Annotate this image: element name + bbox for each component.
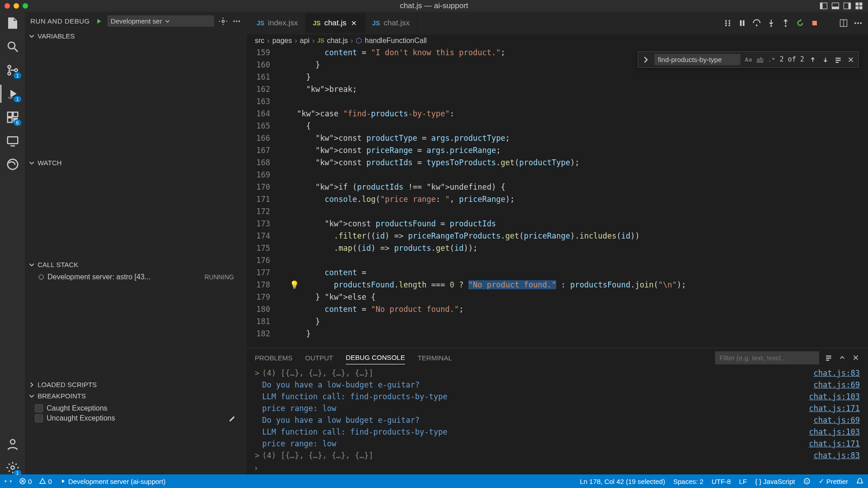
panel-bottom-icon[interactable] (831, 1, 840, 10)
svg-rect-48 (835, 62, 839, 62)
stop-icon[interactable] (810, 19, 819, 28)
svg-point-29 (725, 20, 727, 22)
console-filter-input[interactable] (715, 351, 819, 364)
breakpoint-caught[interactable]: Caught Exceptions (25, 403, 247, 413)
minimize-window[interactable] (14, 3, 19, 9)
variables-header[interactable]: VARIABLES (25, 30, 247, 42)
function-icon: ⬡ (356, 36, 362, 45)
status-bar: 0 0 Development server (ai-support) Ln 1… (0, 474, 868, 488)
bottom-panel: PROBLEMS OUTPUT DEBUG CONSOLE TERMINAL >… (247, 348, 868, 474)
eol[interactable]: LF (739, 477, 747, 485)
regex-icon[interactable]: .* (768, 53, 775, 66)
account-icon[interactable] (6, 437, 19, 451)
svg-point-27 (238, 20, 240, 22)
clear-icon[interactable] (825, 354, 833, 362)
feedback-icon[interactable] (803, 477, 811, 485)
close-panel-icon[interactable] (852, 354, 860, 362)
encoding[interactable]: UTF-8 (711, 477, 731, 485)
close-window[interactable] (5, 3, 10, 9)
cursor-position[interactable]: Ln 178, Col 42 (19 selected) (580, 477, 665, 485)
edit-icon[interactable] (229, 414, 237, 422)
close-icon[interactable] (847, 56, 855, 64)
drag-icon[interactable] (723, 19, 732, 28)
edge-icon[interactable] (6, 158, 19, 171)
debug-sidebar: RUN AND DEBUG Development ser VARIABLES … (25, 12, 247, 474)
start-debug-icon[interactable] (95, 17, 103, 25)
extensions-icon[interactable]: 6 (6, 110, 19, 124)
prev-match-icon[interactable] (809, 56, 817, 64)
chevron-right-icon[interactable] (642, 56, 650, 64)
more-icon[interactable] (854, 19, 863, 28)
tab-debug-console[interactable]: DEBUG CONSOLE (346, 351, 405, 364)
console-prompt[interactable]: › (247, 462, 868, 474)
language-mode[interactable]: { } JavaScript (755, 477, 795, 485)
next-match-icon[interactable] (821, 56, 830, 64)
run-debug-icon[interactable]: 1 (6, 87, 19, 100)
svg-rect-8 (856, 6, 859, 10)
step-out-icon[interactable] (781, 19, 790, 28)
search-icon[interactable] (6, 40, 19, 53)
chevron-down-icon (29, 262, 35, 268)
tab-output[interactable]: OUTPUT (305, 351, 333, 364)
svg-rect-9 (859, 6, 863, 10)
source-control-icon[interactable]: 1 (6, 63, 19, 77)
editor-group: JSindex.jsx JSchat.js JSchat.jsx src› pa… (247, 12, 868, 474)
js-icon: JS (317, 37, 324, 44)
warnings-count[interactable]: 0 (39, 478, 52, 485)
loaded-scripts-header[interactable]: LOADED SCRIPTS (25, 379, 247, 390)
debug-console[interactable]: >(4) [{…}, {…}, {…}, {…}]chat.js:83 Do y… (247, 367, 868, 462)
remote-indicator[interactable] (5, 478, 12, 485)
collapse-icon[interactable] (838, 354, 846, 362)
find-input[interactable] (654, 54, 740, 65)
prettier-status[interactable]: ✓ Prettier (819, 477, 848, 485)
remote-icon[interactable] (6, 134, 19, 148)
svg-point-13 (8, 72, 10, 75)
match-case-icon[interactable]: Aa (745, 53, 752, 66)
panel-left-icon[interactable] (819, 1, 828, 10)
find-in-selection-icon[interactable] (834, 56, 842, 64)
svg-rect-47 (835, 60, 840, 61)
debug-settings-icon[interactable] (219, 17, 228, 26)
more-icon[interactable] (232, 17, 241, 26)
settings-badge: 1 (14, 470, 21, 476)
breakpoint-uncaught[interactable]: Uncaught Exceptions (25, 413, 247, 423)
tab-chat-js[interactable]: JSchat.js (305, 13, 365, 33)
svg-rect-16 (13, 112, 18, 117)
checkbox[interactable] (35, 414, 43, 422)
customize-layout-icon[interactable] (854, 1, 863, 10)
debug-config-select[interactable]: Development ser (107, 15, 214, 27)
tab-terminal[interactable]: TERMINAL (418, 351, 452, 364)
tab-index-jsx[interactable]: JSindex.jsx (249, 13, 305, 33)
maximize-window[interactable] (23, 3, 28, 9)
step-over-icon[interactable] (752, 19, 761, 28)
whole-word-icon[interactable]: ab (757, 53, 764, 66)
code-content[interactable]: content = "I don't know this product."; … (278, 47, 868, 348)
settings-gear-icon[interactable]: 1 (6, 461, 19, 474)
breadcrumb[interactable]: src› pages› api› JSchat.js› ⬡handleFunct… (247, 34, 868, 47)
panel-right-icon[interactable] (843, 1, 852, 10)
debug-session-icon (38, 273, 45, 281)
tab-chat-jsx[interactable]: JSchat.jsx (365, 13, 418, 33)
callstack-header[interactable]: CALL STACK (25, 259, 247, 270)
split-editor-icon[interactable] (839, 19, 848, 28)
debug-target[interactable]: Development server (ai-support) (59, 478, 166, 485)
notifications-icon[interactable] (856, 477, 863, 485)
restart-icon[interactable] (796, 19, 805, 28)
code-editor[interactable]: Aa ab .* 2 of 2 159160161162163164165166… (247, 47, 868, 348)
breakpoints-header[interactable]: BREAKPOINTS (25, 390, 247, 402)
window-controls (5, 3, 28, 9)
pause-icon[interactable] (738, 19, 747, 28)
svg-point-24 (222, 20, 224, 22)
close-icon[interactable] (350, 19, 358, 27)
step-into-icon[interactable] (767, 19, 776, 28)
svg-point-30 (729, 20, 730, 22)
callstack-item[interactable]: Development server: astro [43... RUNNING (25, 272, 247, 282)
errors-count[interactable]: 0 (19, 478, 32, 485)
watch-header[interactable]: WATCH (25, 157, 247, 168)
checkbox[interactable] (35, 404, 43, 412)
js-icon: JS (313, 19, 320, 27)
svg-rect-3 (832, 7, 839, 9)
explorer-icon[interactable] (6, 16, 19, 30)
tab-problems[interactable]: PROBLEMS (255, 351, 292, 364)
indentation[interactable]: Spaces: 2 (673, 477, 704, 485)
